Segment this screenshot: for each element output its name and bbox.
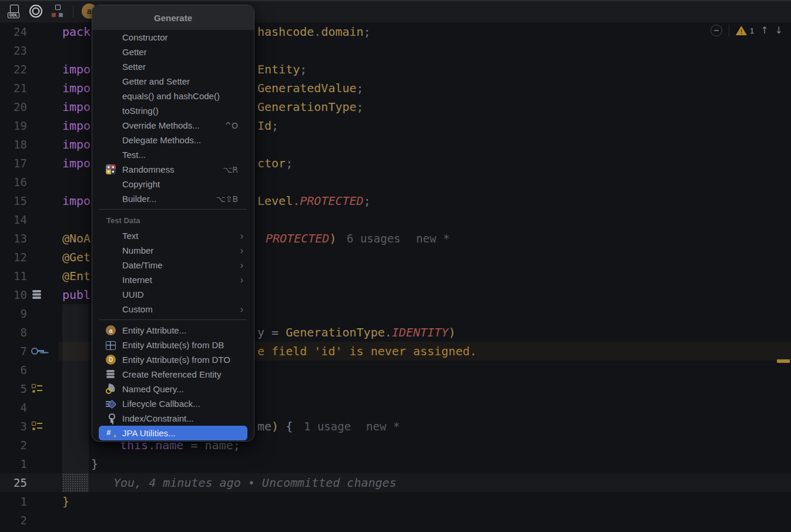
- menu-item-equals-and-hashcode[interactable]: equals() and hashCode(): [99, 89, 247, 103]
- warning-counter[interactable]: ! 1: [736, 26, 754, 35]
- menu-item-label: JPA Utilities...: [122, 428, 176, 438]
- menu-item-internet[interactable]: Internet›: [99, 272, 247, 287]
- line-number: 25: [0, 473, 27, 492]
- line-number: 16: [0, 173, 27, 191]
- next-problem-icon[interactable]: ↓: [775, 25, 783, 36]
- selection-band: [62, 304, 89, 473]
- menu-item-create-referenced-entity[interactable]: Create Referenced Entity: [99, 367, 247, 382]
- line-number: 2: [0, 436, 27, 454]
- code-fragment: y = GenerationType.IDENTITY): [257, 323, 455, 342]
- scrollbar-warning-stripe[interactable]: [777, 359, 790, 363]
- menu-item-label: Override Methods...: [122, 120, 200, 130]
- avatar-letter: a: [87, 6, 92, 16]
- menu-item-lifecycle-callback[interactable]: Lifecycle Callback...: [99, 396, 247, 411]
- inspections-separator: [729, 25, 729, 36]
- named-query-icon: [106, 384, 116, 394]
- code-line: 1}: [0, 492, 791, 511]
- menu-item-copyright[interactable]: Copyright: [99, 177, 247, 191]
- index-constraint-icon: [106, 413, 116, 423]
- key-gutter-icon[interactable]: [31, 345, 44, 357]
- code-fragment: impo: [62, 116, 91, 135]
- menu-item-jpa-utilities[interactable]: #✦JPA Utilities...: [99, 426, 247, 440]
- code-fragment: publ: [62, 285, 91, 304]
- menu-item-entity-attributes-from-dto[interactable]: DEntity Attribute(s) from DTO: [99, 352, 247, 367]
- line-number: 3: [0, 417, 27, 436]
- line-number: 12: [0, 248, 27, 267]
- menu-item-label: Lifecycle Callback...: [122, 399, 200, 409]
- menu-item-delegate-methods[interactable]: Delegate Methods...: [99, 133, 247, 147]
- menu-item-label: Test...: [122, 150, 146, 160]
- chevron-right-icon: ›: [240, 304, 247, 315]
- menu-item-builder[interactable]: Builder...⌥⇧B: [99, 191, 247, 206]
- menu-item-date-time[interactable]: Date/Time›: [99, 258, 247, 272]
- dto-icon: D: [106, 355, 116, 365]
- menu-item-index-constraint[interactable]: Index/Constraint...: [99, 411, 247, 426]
- menu-item-uuid[interactable]: UUID: [99, 287, 247, 302]
- line-number: 18: [0, 135, 27, 154]
- menu-item-label: Custom: [122, 304, 153, 314]
- ddl-badge-label: DDL: [8, 12, 19, 18]
- menu-item-test[interactable]: Test...: [99, 147, 247, 162]
- code-line: 1}: [0, 454, 791, 473]
- code-line: 2: [0, 511, 791, 530]
- menu-item-label: Randomness: [122, 164, 174, 174]
- menu-item-getter-and-setter[interactable]: Getter and Setter: [99, 74, 247, 89]
- menu-item-constructor[interactable]: Constructor: [99, 30, 247, 45]
- line-number: 8: [0, 323, 27, 342]
- line-number: 1: [0, 492, 27, 511]
- code-fragment: me) {: [257, 417, 293, 436]
- menu-item-number[interactable]: Number›: [99, 243, 247, 258]
- line-number: 20: [0, 97, 27, 116]
- menu-item-randomness[interactable]: Randomness⌥R: [99, 162, 247, 177]
- code-fragment: 6 usages: [347, 229, 401, 248]
- code-fragment: new *: [416, 229, 450, 248]
- generate-menu-list: ConstructorGetterSetterGetter and Setter…: [92, 30, 254, 442]
- warning-triangle-icon: !: [736, 26, 747, 35]
- attribute-gutter-icon[interactable]: [31, 420, 44, 432]
- line-number: 14: [0, 210, 27, 229]
- code-fragment: impo: [62, 191, 91, 210]
- caret-selection-band: [62, 473, 89, 492]
- chevron-right-icon: ›: [240, 260, 247, 271]
- code-fragment: new *: [366, 417, 400, 436]
- code-line: 25You, 4 minutes ago • Uncommitted chang…: [0, 473, 791, 492]
- hierarchy-icon[interactable]: [51, 4, 65, 18]
- hide-highlights-icon[interactable]: [710, 25, 722, 36]
- menu-item-override-methods[interactable]: Override Methods...^O: [99, 118, 247, 133]
- popup-title: Generate: [92, 5, 254, 30]
- code-fragment: }: [91, 454, 98, 473]
- line-number: 21: [0, 79, 27, 97]
- entity-gutter-icon[interactable]: [31, 289, 44, 301]
- code-fragment: impo: [62, 79, 91, 97]
- sparkle-icon: ✦: [112, 434, 117, 439]
- target-icon[interactable]: [29, 5, 42, 18]
- code-fragment: You, 4 minutes ago • Uncommitted changes: [113, 473, 397, 492]
- menu-item-named-query[interactable]: Named Query...: [99, 382, 247, 396]
- line-number: 19: [0, 116, 27, 135]
- menu-item-tostring[interactable]: toString(): [99, 103, 247, 118]
- attribute-gutter-icon[interactable]: [31, 383, 44, 395]
- code-fragment: ctor;: [257, 154, 293, 173]
- menu-item-custom[interactable]: Custom›: [99, 302, 247, 316]
- code-fragment: Level.PROTECTED;: [257, 191, 371, 210]
- ddl-generation-icon[interactable]: DDL: [7, 4, 21, 18]
- line-number: 23: [0, 41, 27, 60]
- menu-item-getter[interactable]: Getter: [99, 45, 247, 59]
- toolbar-separator: [73, 5, 73, 17]
- menu-item-entity-attribute[interactable]: aEntity Attribute...: [99, 323, 247, 338]
- menu-item-setter[interactable]: Setter: [99, 59, 247, 74]
- previous-problem-icon[interactable]: ↑: [760, 25, 768, 36]
- menu-item-text[interactable]: Text›: [99, 228, 247, 243]
- menu-item-entity-attributes-from-db[interactable]: Entity Attribute(s) from DB: [99, 338, 247, 352]
- line-number: 10: [0, 285, 27, 304]
- generate-popup: Generate ConstructorGetterSetterGetter a…: [92, 5, 254, 442]
- warning-glyph: !: [740, 29, 742, 35]
- menu-item-label: Builder...: [122, 194, 156, 204]
- code-fragment: impo: [62, 154, 91, 173]
- code-fragment: hashcode.domain;: [257, 22, 371, 41]
- dice-icon: [106, 164, 116, 174]
- code-fragment: }: [62, 492, 69, 511]
- lifecycle-callback-icon: [106, 399, 116, 409]
- menu-item-label: Setter: [122, 62, 146, 72]
- chevron-right-icon: ›: [240, 245, 247, 256]
